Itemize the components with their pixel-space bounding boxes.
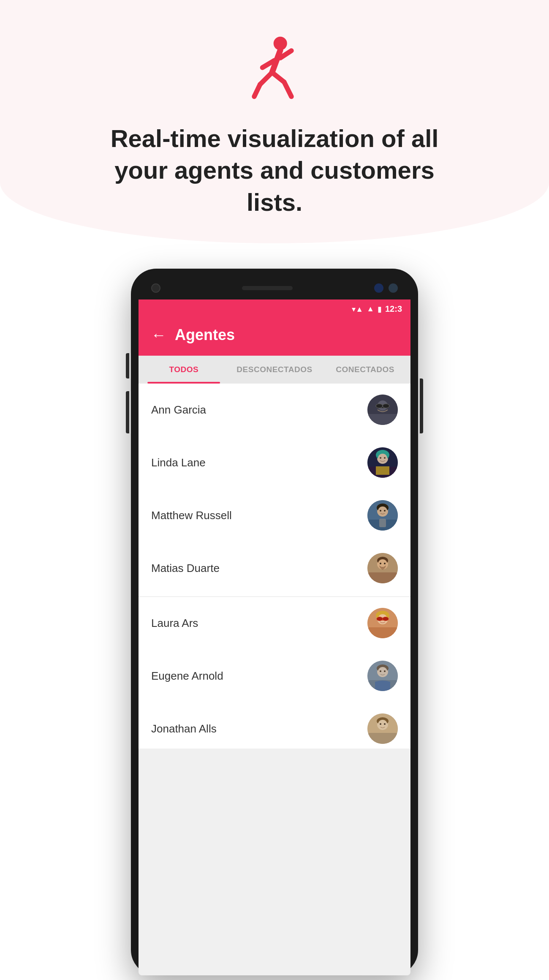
back-button[interactable]: ←: [151, 327, 166, 343]
agent-item-jonathan-alls[interactable]: Jonathan Alls: [139, 702, 410, 749]
app-header-title: Agentes: [175, 326, 235, 344]
agent-avatar-ann: [367, 395, 398, 425]
tab-todos[interactable]: TODOS: [139, 356, 229, 384]
phone-mockup: ▾▲ ▲ ▮ 12:3 ← Agentes TODOS: [131, 269, 418, 975]
phone-bezel-top: [139, 276, 410, 299]
wifi-icon: ▾▲: [352, 305, 363, 314]
svg-point-50: [380, 670, 381, 672]
agent-avatar-eugene: [367, 661, 398, 691]
running-person-icon: [245, 34, 304, 101]
tab-conectados[interactable]: CONECTADOS: [320, 356, 410, 384]
agent-name: Laura Ars: [151, 617, 198, 630]
phone-power-button: [420, 378, 423, 433]
svg-rect-45: [367, 627, 398, 638]
agent-avatar-linda: [367, 447, 398, 478]
agent-avatar-jonathan: [367, 713, 398, 744]
phone-screen: ▾▲ ▲ ▮ 12:3 ← Agentes TODOS: [139, 299, 410, 975]
agent-avatar-laura: [367, 608, 398, 638]
svg-rect-30: [379, 519, 386, 527]
svg-point-36: [384, 563, 386, 564]
hero-section: Real-time visualization of all your agen…: [0, 0, 549, 243]
svg-point-58: [384, 723, 386, 725]
svg-point-57: [380, 723, 381, 725]
phone-camera: [151, 283, 160, 293]
phone-speaker: [242, 286, 293, 290]
svg-line-5: [254, 84, 260, 97]
svg-point-19: [380, 457, 381, 459]
status-bar-icons: ▾▲ ▲ ▮ 12:3: [352, 304, 402, 314]
svg-point-44: [383, 617, 389, 621]
agent-name: Ann Garcia: [151, 403, 206, 416]
signal-icon: ▲: [367, 305, 374, 313]
agent-name: Eugene Arnold: [151, 670, 223, 683]
agent-item-linda-lane[interactable]: Linda Lane: [139, 436, 410, 489]
svg-line-7: [284, 82, 291, 96]
agent-item-laura-ars[interactable]: Laura Ars: [139, 596, 410, 650]
battery-icon: ▮: [378, 305, 382, 314]
svg-point-51: [384, 670, 386, 672]
svg-rect-37: [367, 572, 398, 583]
svg-point-28: [384, 510, 386, 512]
agent-item-ann-garcia[interactable]: Ann Garcia: [139, 384, 410, 436]
agent-item-matthew-russell[interactable]: Matthew Russell: [139, 489, 410, 542]
svg-rect-14: [367, 414, 398, 425]
svg-rect-13: [383, 405, 383, 407]
agent-item-matias-duarte[interactable]: Matias Duarte: [139, 542, 410, 595]
agent-name: Linda Lane: [151, 456, 206, 469]
agent-avatar-matias: [367, 553, 398, 583]
agent-avatar-matthew: [367, 500, 398, 531]
tab-desconectados[interactable]: DESCONECTADOS: [229, 356, 320, 384]
status-bar: ▾▲ ▲ ▮ 12:3: [139, 299, 410, 318]
svg-point-12: [383, 404, 389, 408]
agent-name: Jonathan Alls: [151, 722, 217, 735]
svg-rect-22: [376, 466, 389, 475]
app-header: ← Agentes: [139, 318, 410, 356]
svg-rect-59: [367, 733, 398, 744]
phone-sensors: [374, 283, 398, 293]
phone-volume-down-button: [126, 391, 129, 433]
agent-item-eugene-arnold[interactable]: Eugene Arnold: [139, 650, 410, 702]
svg-point-27: [380, 510, 381, 512]
svg-point-11: [376, 404, 383, 408]
svg-point-43: [377, 617, 383, 621]
tabs-bar: TODOS DESCONECTADOS CONECTADOS: [139, 356, 410, 384]
svg-line-4: [260, 72, 272, 84]
phone-sensor-2: [389, 283, 398, 293]
svg-point-20: [384, 457, 386, 459]
agent-list: Ann Garcia: [139, 384, 410, 749]
hero-title: Real-time visualization of all your agen…: [84, 122, 465, 218]
svg-point-35: [380, 563, 381, 564]
agent-name: Matias Duarte: [151, 562, 220, 575]
phone-section: ▾▲ ▲ ▮ 12:3 ← Agentes TODOS: [0, 243, 549, 975]
status-time: 12:3: [385, 304, 402, 314]
agent-name: Matthew Russell: [151, 509, 232, 522]
phone-volume-up-button: [126, 353, 129, 378]
phone-sensor-1: [374, 283, 383, 293]
